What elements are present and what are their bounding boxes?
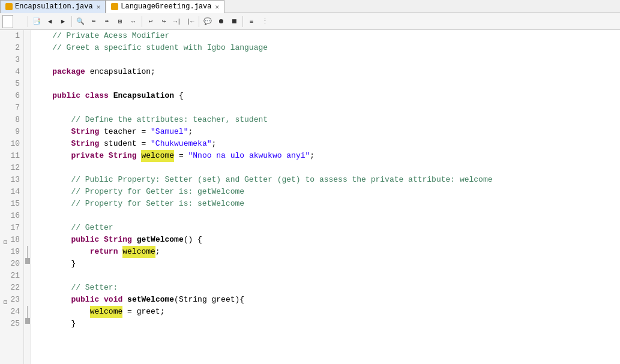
fold-bar-line-13 <box>24 174 31 186</box>
code-token: ; <box>310 150 315 162</box>
code-token: return <box>90 246 118 258</box>
fold-bar-line-19 <box>24 246 31 258</box>
code-token <box>118 246 122 258</box>
line-number-12: 12 <box>0 162 23 174</box>
line-number-25: 25 <box>0 318 23 330</box>
line-number-9: 9 <box>0 126 23 138</box>
line-number-5: 5 <box>0 78 23 90</box>
code-token: // Public Property: Setter (set) and Get… <box>34 174 493 186</box>
code-token <box>80 90 85 102</box>
run-macro-btn[interactable]: ≡ <box>245 16 257 28</box>
code-token <box>99 294 104 306</box>
code-token: // Getter <box>34 222 113 234</box>
next-annotation-btn[interactable]: ▶ <box>57 16 69 28</box>
line-number-19: 19 <box>0 246 23 258</box>
code-token: // Greet a specific student with Igbo la… <box>34 42 268 54</box>
tab-languagegreeting-close[interactable]: ✕ <box>215 3 219 11</box>
code-token: "Chukwuemeka" <box>151 138 211 150</box>
tab-languagegreeting[interactable]: LanguageGreeting.java ✕ <box>106 0 224 13</box>
code-line-18: public String getWelcome() { <box>31 234 620 246</box>
fold-bar-line-6 <box>24 90 31 102</box>
toggle-search-btn[interactable]: ⊞ <box>114 16 126 28</box>
stop-macro-btn[interactable]: ⏹ <box>228 16 240 28</box>
tab-encapsulation-close[interactable]: ✕ <box>97 3 101 11</box>
code-token: welcome <box>122 246 155 258</box>
code-token: package <box>52 66 85 78</box>
line-number-3: 3 <box>0 54 23 66</box>
history-tab[interactable] <box>14 15 25 28</box>
toggle-comment-btn[interactable]: 💬 <box>202 16 214 28</box>
code-token <box>34 294 71 306</box>
code-token: private <box>71 150 104 162</box>
code-token: Encapsulation <box>113 90 174 102</box>
code-token: welcome <box>90 306 123 318</box>
line-number-2: 2 <box>0 42 23 54</box>
code-line-17: // Getter <box>31 222 620 234</box>
toolbar: 📑 ◀ ▶ 🔍 ⬅ ➡ ⊞ ↔ ↩ ↪ →| |← 💬 ⏺ ⏹ ≡ ⋮ <box>0 13 620 30</box>
code-token: setWelcome <box>127 294 174 306</box>
fold-bar-line-22 <box>24 282 31 294</box>
fold-bar-line-21 <box>24 270 31 282</box>
code-token <box>104 150 109 162</box>
line-number-6: 6 <box>0 90 23 102</box>
code-token: String <box>71 138 99 150</box>
fold-bar-line-7 <box>24 102 31 114</box>
toggle-bookmarks-btn[interactable]: 📑 <box>31 16 43 28</box>
code-line-19: return welcome; <box>31 246 620 258</box>
fold-bar-line-16 <box>24 210 31 222</box>
code-token <box>99 234 104 246</box>
code-token <box>34 234 71 246</box>
tab-encapsulation[interactable]: Encapsulation.java ✕ <box>0 0 106 13</box>
fold-bar-line-4 <box>24 66 31 78</box>
code-token <box>34 90 52 102</box>
editor-container: Encapsulation.java ✕ LanguageGreeting.ja… <box>0 0 620 364</box>
code-line-5 <box>31 78 620 90</box>
code-token: // Private Acess Modifier <box>34 30 169 42</box>
indent-btn[interactable]: →| <box>171 16 183 28</box>
line-number-13: 13 <box>0 174 23 186</box>
find-prev-btn[interactable]: ⬅ <box>88 16 100 28</box>
fold-bar-line-15 <box>24 198 31 210</box>
line-number-18: ⊟18 <box>0 234 23 246</box>
redo-btn[interactable]: ↪ <box>158 16 170 28</box>
fold-bar-line-1 <box>24 30 31 42</box>
undo-btn[interactable]: ↩ <box>145 16 157 28</box>
code-token: student = <box>99 138 151 150</box>
code-token: { <box>174 90 184 102</box>
fold-icon-18[interactable]: ⊟ <box>1 237 7 243</box>
record-macro-btn[interactable]: ⏺ <box>215 16 227 28</box>
code-content[interactable]: // Private Acess Modifier // Greet a spe… <box>31 30 620 364</box>
line-number-7: 7 <box>0 102 23 114</box>
code-token: public <box>71 294 99 306</box>
tab-encapsulation-label: Encapsulation.java <box>15 2 93 11</box>
macro-options-btn[interactable]: ⋮ <box>259 16 271 28</box>
line-number-10: 10 <box>0 138 23 150</box>
line-number-22: 22 <box>0 282 23 294</box>
code-token <box>34 246 90 258</box>
code-line-9: String teacher = "Samuel"; <box>31 126 620 138</box>
previous-annotation-btn[interactable]: ◀ <box>44 16 56 28</box>
line-number-14: 14 <box>0 186 23 198</box>
fold-icon-23[interactable]: ⊟ <box>1 297 7 303</box>
source-tab[interactable] <box>2 15 13 28</box>
replace-btn[interactable]: ↔ <box>127 16 139 28</box>
find-next-btn[interactable]: ➡ <box>101 16 113 28</box>
code-token <box>34 66 52 78</box>
code-token: getWelcome <box>137 234 184 246</box>
line-number-15: 15 <box>0 198 23 210</box>
code-line-11: private String welcome = "Nnoo na ulo ak… <box>31 150 620 162</box>
code-token: "Nnoo na ulo akwukwo anyi" <box>188 150 310 162</box>
code-line-24: welcome = greet; <box>31 306 620 318</box>
tab-bar: Encapsulation.java ✕ LanguageGreeting.ja… <box>0 0 620 13</box>
find-btn[interactable]: 🔍 <box>74 16 86 28</box>
code-token: ; <box>155 246 160 258</box>
line-number-24: 24 <box>0 306 23 318</box>
code-line-10: String student = "Chukwuemeka"; <box>31 138 620 150</box>
fold-bar-line-18 <box>24 234 31 246</box>
code-line-2: // Greet a specific student with Igbo la… <box>31 42 620 54</box>
code-token: (String greet){ <box>174 294 244 306</box>
fold-bar-line-3 <box>24 54 31 66</box>
outdent-btn[interactable]: |← <box>184 16 196 28</box>
fold-bar <box>24 30 31 364</box>
code-line-13: // Public Property: Setter (set) and Get… <box>31 174 620 186</box>
